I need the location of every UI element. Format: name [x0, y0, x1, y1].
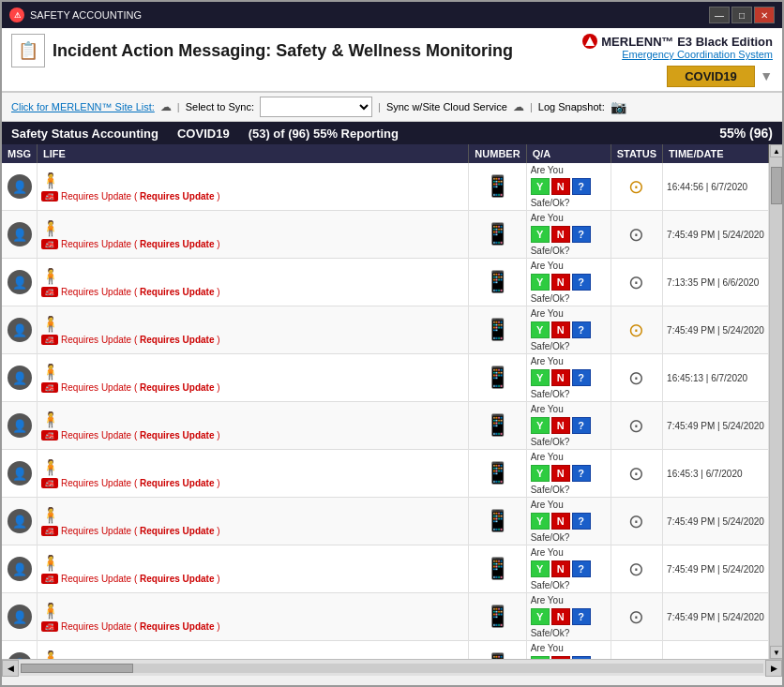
- qa-buttons[interactable]: Y N ?: [531, 560, 607, 577]
- table-row[interactable]: 👤 🧍 🚒 Requires Update ( Requires Update …: [2, 306, 769, 354]
- site-list-link[interactable]: Click for MERLENN™ Site List:: [11, 101, 155, 112]
- question-button[interactable]: ?: [572, 560, 591, 577]
- camera-icon[interactable]: 📷: [611, 99, 626, 114]
- life-cell[interactable]: 🧍 🚒 Requires Update ( Requires Update ): [38, 354, 469, 402]
- qa-cell[interactable]: Are You Y N ? Safe/Ok?: [526, 211, 611, 259]
- vertical-scrollbar[interactable]: ▲ ▼: [769, 144, 782, 659]
- maximize-button[interactable]: □: [731, 7, 752, 23]
- avatar[interactable]: 👤: [8, 174, 32, 199]
- life-cell[interactable]: 🧍 🚒 Requires Update ( Requires Update ): [38, 211, 469, 259]
- qa-cell[interactable]: Are You Y N ? Safe/Ok?: [526, 593, 611, 641]
- table-row[interactable]: 👤 🧍 🚒 Requires Update ( Requires Update …: [2, 163, 769, 211]
- qa-cell[interactable]: Are You Y N ? Safe/Ok?: [526, 641, 611, 660]
- qa-cell[interactable]: Are You Y N ? Safe/Ok?: [526, 306, 611, 354]
- avatar[interactable]: 👤: [8, 605, 32, 629]
- life-cell[interactable]: 🧍 🚒 Requires Update ( Requires Update ): [38, 163, 469, 211]
- qa-buttons[interactable]: Y N ?: [531, 369, 607, 386]
- yes-button[interactable]: Y: [531, 369, 550, 386]
- no-button[interactable]: N: [551, 608, 570, 625]
- no-button[interactable]: N: [551, 417, 570, 434]
- emergency-coord-link[interactable]: Emergency Coordination System: [582, 49, 773, 60]
- qa-buttons[interactable]: Y N ?: [531, 465, 607, 482]
- question-button[interactable]: ?: [572, 178, 591, 195]
- yes-button[interactable]: Y: [531, 656, 550, 659]
- scroll-left-button[interactable]: ◀: [2, 660, 19, 677]
- yes-button[interactable]: Y: [531, 513, 550, 530]
- avatar[interactable]: 👤: [8, 413, 32, 438]
- life-cell[interactable]: 🧍 🚒 Requires Update ( Requires Update ): [38, 593, 469, 641]
- question-button[interactable]: ?: [572, 321, 591, 338]
- question-button[interactable]: ?: [572, 369, 591, 386]
- table-row[interactable]: 👤 🧍 🚒 Requires Update ( Requires Update …: [2, 402, 769, 450]
- qa-buttons[interactable]: Y N ?: [531, 513, 607, 530]
- scroll-right-button[interactable]: ▶: [765, 660, 782, 677]
- qa-buttons[interactable]: Y N ?: [531, 178, 607, 195]
- table-row[interactable]: 👤 🧍 🚒 Requires Update ( Requires Update …: [2, 498, 769, 545]
- qa-buttons[interactable]: Y N ?: [531, 274, 607, 291]
- question-button[interactable]: ?: [572, 608, 591, 625]
- scroll-down-button[interactable]: ▼: [770, 646, 783, 659]
- qa-cell[interactable]: Are You Y N ? Safe/Ok?: [526, 450, 611, 498]
- yes-button[interactable]: Y: [531, 226, 550, 243]
- scroll-up-button[interactable]: ▲: [770, 144, 783, 157]
- yes-button[interactable]: Y: [531, 465, 550, 482]
- life-cell[interactable]: 🧍 🚒 Requires Update ( Requires Update ): [38, 545, 469, 593]
- yes-button[interactable]: Y: [531, 417, 550, 434]
- dropdown-arrow-icon[interactable]: ▼: [760, 68, 773, 83]
- question-button[interactable]: ?: [572, 465, 591, 482]
- qa-buttons[interactable]: Y N ?: [531, 321, 607, 338]
- table-row[interactable]: 👤 🧍 🚒 Requires Update ( Requires Update …: [2, 259, 769, 306]
- avatar[interactable]: 👤: [8, 222, 32, 246]
- covid-badge[interactable]: COVID19: [667, 66, 755, 87]
- scroll-thumb-horizontal[interactable]: [21, 664, 133, 673]
- life-cell[interactable]: 🧍 🚒 Requires Update ( Requires Update ): [38, 402, 469, 450]
- table-wrapper[interactable]: MSG LIFE NUMBER Q/A STATUS TIME/DATE 👤 🧍…: [2, 144, 769, 659]
- qa-buttons[interactable]: Y N ?: [531, 226, 607, 243]
- no-button[interactable]: N: [551, 465, 570, 482]
- avatar[interactable]: 👤: [8, 557, 32, 581]
- yes-button[interactable]: Y: [531, 608, 550, 625]
- yes-button[interactable]: Y: [531, 321, 550, 338]
- avatar[interactable]: 👤: [8, 652, 32, 659]
- bottom-scrollbar[interactable]: ◀ ▶: [2, 659, 782, 676]
- question-button[interactable]: ?: [572, 226, 591, 243]
- table-row[interactable]: 👤 🧍 🚒 Requires Update ( Requires Update …: [2, 211, 769, 259]
- question-button[interactable]: ?: [572, 656, 591, 659]
- table-row[interactable]: 👤 🧍 🚒 Requires Update ( Requires Update …: [2, 450, 769, 498]
- no-button[interactable]: N: [551, 369, 570, 386]
- qa-cell[interactable]: Are You Y N ? Safe/Ok?: [526, 354, 611, 402]
- question-button[interactable]: ?: [572, 513, 591, 530]
- life-cell[interactable]: 🧍 🚒 Requires Update ( Requires Update ): [38, 450, 469, 498]
- question-button[interactable]: ?: [572, 274, 591, 291]
- avatar[interactable]: 👤: [8, 366, 32, 390]
- qa-buttons[interactable]: Y N ?: [531, 656, 607, 659]
- minimize-button[interactable]: —: [709, 7, 730, 23]
- life-cell[interactable]: 🧍 🚒 Requires Update ( Requires Update ): [38, 259, 469, 306]
- qa-cell[interactable]: Are You Y N ? Safe/Ok?: [526, 545, 611, 593]
- qa-buttons[interactable]: Y N ?: [531, 417, 607, 434]
- avatar[interactable]: 👤: [8, 461, 32, 485]
- no-button[interactable]: N: [551, 513, 570, 530]
- qa-buttons[interactable]: Y N ?: [531, 608, 607, 625]
- life-cell[interactable]: 🧍 🚒 Requires Update ( Requires Update ): [38, 641, 469, 660]
- yes-button[interactable]: Y: [531, 274, 550, 291]
- life-cell[interactable]: 🧍 🚒 Requires Update ( Requires Update ): [38, 498, 469, 545]
- table-row[interactable]: 👤 🧍 🚒 Requires Update ( Requires Update …: [2, 354, 769, 402]
- sync-select[interactable]: [260, 97, 372, 117]
- no-button[interactable]: N: [551, 274, 570, 291]
- qa-cell[interactable]: Are You Y N ? Safe/Ok?: [526, 402, 611, 450]
- no-button[interactable]: N: [551, 178, 570, 195]
- life-cell[interactable]: 🧍 🚒 Requires Update ( Requires Update ): [38, 306, 469, 354]
- title-bar-controls[interactable]: — □ ✕: [709, 7, 775, 23]
- qa-cell[interactable]: Are You Y N ? Safe/Ok?: [526, 163, 611, 211]
- avatar[interactable]: 👤: [8, 318, 32, 342]
- question-button[interactable]: ?: [572, 417, 591, 434]
- avatar[interactable]: 👤: [8, 509, 32, 533]
- no-button[interactable]: N: [551, 656, 570, 659]
- scroll-thumb[interactable]: [771, 167, 782, 204]
- table-row[interactable]: 👤 🧍 🚒 Requires Update ( Requires Update …: [2, 641, 769, 660]
- qa-cell[interactable]: Are You Y N ? Safe/Ok?: [526, 259, 611, 306]
- no-button[interactable]: N: [551, 226, 570, 243]
- no-button[interactable]: N: [551, 560, 570, 577]
- close-button[interactable]: ✕: [754, 7, 775, 23]
